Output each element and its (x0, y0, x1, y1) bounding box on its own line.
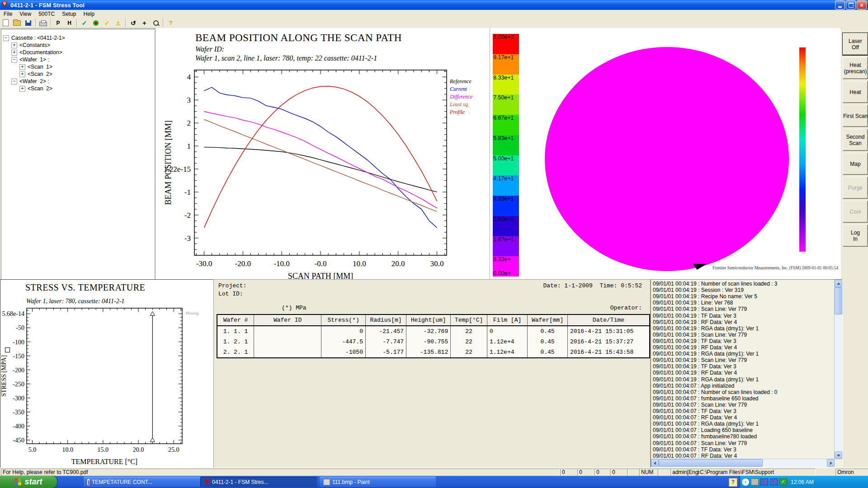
menu-item-500tc[interactable]: 500TC (35, 10, 58, 18)
help-key-icon[interactable]: ? (165, 18, 176, 28)
heat-prescan-button[interactable]: Heat (prescan) (843, 57, 868, 79)
log-entry[interactable]: 09/01/01 00:04:07 : fsmbaseline780 loade… (653, 433, 757, 440)
horizontal-scroll-thumb[interactable] (659, 459, 763, 467)
tree-item-5[interactable]: +<Scan 2> (19, 71, 52, 77)
log-entry[interactable]: 09/01/01 00:04:19 : RGA data (dmy1): Ver… (653, 376, 759, 383)
expand-box-icon[interactable]: + (11, 50, 17, 56)
log-entry[interactable]: 09/01/01 00:04:19 : RF Data: Ver 4 (653, 370, 737, 376)
tree-item-2[interactable]: +<Documentation> (11, 49, 62, 56)
network-disconnected-icon-2[interactable]: × (770, 479, 778, 485)
zoom-icon[interactable] (151, 18, 161, 28)
close-button[interactable]: × (857, 0, 867, 9)
expand-box-icon[interactable]: + (11, 42, 17, 48)
h-button[interactable]: H (64, 18, 75, 28)
taskbar-task-1[interactable]: 0411-2-1 - FSM Stres... (200, 477, 317, 487)
log-entry[interactable]: 09/01/01 00:04:07 : Scan Line: Ver 779 (653, 402, 747, 408)
collapse-box-icon[interactable]: − (11, 79, 17, 84)
p-button[interactable]: P (53, 18, 63, 28)
table-row[interactable]: 1. 1. 10-21.457-32.7692200.452016-4-21 1… (217, 326, 650, 337)
taskbar-task-2[interactable]: 111.bmp - Paint (320, 477, 436, 487)
horizontal-scrollbar[interactable] (651, 459, 835, 467)
new-document-icon[interactable] (0, 18, 11, 28)
tree-item-7[interactable]: +<Scan 2> (19, 85, 52, 92)
scroll-up-button[interactable] (835, 280, 842, 287)
log-entry[interactable]: 09/01/01 00:04:19 : TF Data: Ver 3 (653, 363, 736, 370)
log-entry[interactable]: 09/01/01 00:04:19 : Recipe No name: Ver … (653, 293, 757, 300)
expand-box-icon[interactable]: + (19, 86, 25, 92)
taskbar-clock: 12:06 AM (791, 479, 814, 485)
heat-button[interactable]: Heat (843, 81, 868, 103)
tree-item-1[interactable]: +<Constants> (11, 42, 50, 48)
minimize-button[interactable] (835, 0, 845, 9)
audio-tray-icon[interactable] (751, 479, 759, 485)
log-entry[interactable]: 09/01/01 00:04:19 : TF Data: Ver 3 (653, 338, 736, 344)
menu-item-setup[interactable]: Setup (58, 10, 80, 18)
event-log-panel[interactable]: 09/01/01 00:04:19 : Number of scan lines… (651, 279, 843, 467)
help-tray-icon[interactable]: ? (729, 478, 737, 487)
log-entry[interactable]: 09/01/01 00:04:07 : RGA data (dmy1): Ver… (653, 421, 759, 427)
check-yellow-icon[interactable]: ✓ (102, 18, 112, 28)
log-entry[interactable]: 09/01/01 00:04:19 : Scan Line: Ver 779 (653, 306, 747, 312)
log-entry[interactable]: 09/01/01 00:04:07 : RF Data: Ver 4 (653, 453, 737, 459)
network-disconnected-icon-1[interactable]: × (760, 479, 768, 485)
menu-item-file[interactable]: File (0, 10, 16, 18)
log-in-button[interactable]: Log In (843, 225, 868, 247)
collapse-box-icon[interactable]: − (3, 35, 9, 41)
expand-box-icon[interactable]: + (19, 64, 25, 70)
log-entry[interactable]: 09/01/01 00:04:07 : Scan Line: Ver 779 (653, 440, 747, 446)
log-entry[interactable]: 09/01/01 00:04:07 : fsmbaseline 650 load… (653, 395, 759, 402)
table-row[interactable]: 1. 2. 1-447.5-7.747-90.755221.12e+40.452… (217, 337, 650, 347)
log-entry[interactable]: 09/01/01 00:04:19 : RF Data: Ver 4 (653, 319, 737, 325)
log-entry[interactable]: 09/01/01 00:04:19 : Number of scan lines… (653, 281, 778, 287)
log-entry[interactable]: 09/01/01 00:04:07 : TF Data: Ver 3 (653, 408, 736, 414)
tree-item-0[interactable]: −Cassette : <0411-2-1> (3, 35, 65, 41)
open-folder-icon[interactable] (12, 18, 22, 28)
taskbar-task-0[interactable]: TEMPETATURE CONT... (84, 477, 201, 487)
first-scan-button[interactable]: First Scan (843, 105, 868, 127)
status-ok-tray-icon[interactable]: ✓ (779, 479, 787, 485)
collapse-chevron-icon[interactable]: ‹ (742, 479, 749, 486)
svg-text:15.0: 15.0 (98, 446, 109, 453)
plot-check-icon[interactable]: ✓ (79, 18, 90, 28)
laser-off-button[interactable]: Laser Off (843, 33, 868, 55)
scroll-down-button[interactable] (835, 451, 842, 459)
second-scan-button[interactable]: Second Scan (843, 129, 868, 151)
align-icon[interactable]: ▲ (113, 18, 123, 28)
refresh-icon: ↺ (131, 19, 136, 27)
restore-button[interactable] (846, 0, 856, 9)
vertical-scrollbar[interactable] (834, 280, 842, 459)
menu-item-view[interactable]: View (16, 10, 35, 18)
expand-box-icon[interactable]: + (19, 71, 25, 77)
pan-icon[interactable]: + (139, 18, 150, 28)
log-entry[interactable]: 09/01/01 00:04:19 : Scan Line: Ver 779 (653, 357, 747, 363)
wafer-map[interactable] (545, 47, 789, 271)
scroll-right-button[interactable] (827, 459, 835, 467)
tree-item-6[interactable]: −<Wafer 2> : (11, 78, 49, 84)
target-icon[interactable] (90, 18, 101, 28)
vertical-scroll-thumb[interactable] (835, 287, 842, 314)
log-entry[interactable]: 09/01/01 00:04:19 : RGA data (dmy1): Ver… (653, 351, 759, 357)
save-icon[interactable] (23, 18, 33, 28)
log-entry[interactable]: 09/01/01 00:04:07 : Loading 650 baseline (653, 427, 753, 433)
log-entry[interactable]: 09/01/01 00:04:07 : App initialized (653, 383, 734, 389)
tree-item-4[interactable]: +<Scan 1> (19, 64, 52, 70)
tree-item-3[interactable]: −<Wafer 1> : (11, 56, 49, 63)
log-entry[interactable]: 09/01/01 00:04:19 : RGA data (dmy1): Ver… (653, 325, 759, 332)
print-icon[interactable] (38, 18, 48, 28)
scroll-left-button[interactable] (651, 459, 659, 467)
start-button[interactable]: start (0, 476, 57, 488)
table-row[interactable]: 2. 2. 1-1050-5.177-135.812221.12e+40.452… (217, 347, 650, 358)
log-entry[interactable]: 09/01/01 00:04:07 : TF Data: Ver 3 (653, 446, 736, 453)
log-entry[interactable]: 09/01/01 00:04:07 : RF Data: Ver 4 (653, 414, 737, 421)
log-entry[interactable]: 09/01/01 00:04:19 : RF Data: Ver 4 (653, 344, 737, 351)
log-entry[interactable]: 09/01/01 00:04:19 : TF Data: Ver 3 (653, 313, 736, 319)
refresh-icon[interactable]: ↺ (128, 18, 138, 28)
log-entry[interactable]: 09/01/01 00:04:19 : Line: Ver 768 (653, 300, 733, 306)
map-button[interactable]: Map (843, 153, 868, 175)
menu-item-help[interactable]: Help (80, 10, 99, 18)
status-help-text: For Help, please refer to TC900.pdf (1, 469, 560, 476)
log-entry[interactable]: 09/01/01 00:04:19 : Session : Ver 319 (653, 287, 744, 293)
log-entry[interactable]: 09/01/01 00:04:19 : Scan Line: Ver 779 (653, 332, 747, 338)
collapse-box-icon[interactable]: − (11, 57, 17, 63)
log-entry[interactable]: 09/01/01 00:04:07 : Number of scan lines… (653, 389, 778, 395)
